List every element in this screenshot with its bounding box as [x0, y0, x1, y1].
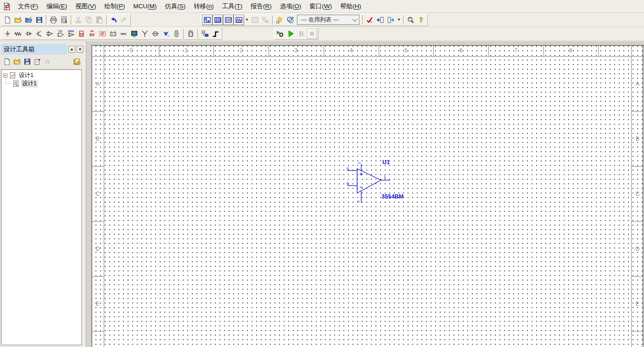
mcu-chip-icon: MCU: [187, 30, 195, 38]
help-icon: ?: [417, 16, 425, 24]
menu-item-transfer[interactable]: 转移(n): [190, 0, 218, 13]
menu-item-reports[interactable]: 报告(R): [246, 0, 276, 13]
menu-bar: 文件(F)编辑(E)视图(V)绘制(P)MCU(M)仿真(S)转移(n)工具(T…: [0, 0, 644, 13]
comp-power-button[interactable]: [108, 28, 118, 39]
labview-instruments-button[interactable]: [250, 15, 260, 25]
open-file-button[interactable]: [12, 57, 22, 66]
menu-item-window[interactable]: 窗口(W): [305, 0, 336, 13]
comp-ttl-icon: TTL: [56, 30, 64, 38]
tree-expander-icon[interactable]: [3, 73, 7, 77]
comp-ni-button[interactable]: JT: [161, 28, 171, 39]
save-button[interactable]: [34, 15, 45, 25]
toggle-grapher-dropdown-button[interactable]: [244, 15, 250, 25]
sim-pause-button[interactable]: [296, 28, 307, 39]
open-file-button[interactable]: [13, 15, 23, 25]
find-icon: [407, 16, 414, 24]
te-label-icon: Te: [44, 58, 51, 66]
menu-item-edit[interactable]: 编辑(E): [42, 0, 71, 13]
opamp-U1[interactable]: 6 5 1 + − 2 3 U1 3554BM: [344, 158, 413, 206]
find-button[interactable]: [405, 15, 416, 25]
ruler-column-label: 6: [433, 47, 488, 54]
comp-diode-button[interactable]: [23, 28, 34, 39]
component-refdes[interactable]: U1: [382, 159, 390, 165]
new-component-wizard-icon: [276, 16, 284, 24]
toolbar-separator: [183, 29, 184, 39]
toggle-spice-netlist-button[interactable]: [223, 15, 234, 25]
design-toolbox-titlebar: 设计工具箱 ▲ ×: [1, 44, 84, 55]
pin-6-number: 6: [347, 166, 349, 171]
back-annotate-button[interactable]: [375, 15, 386, 25]
toolbar-group-components: TTLCMOS010VMISCJTMCU: [1, 28, 222, 40]
tree-row-design[interactable]: 设计1: [2, 71, 80, 79]
menu-item-mcu[interactable]: MCU(M): [129, 0, 161, 13]
panel-collapse-button[interactable]: ▲: [68, 46, 75, 53]
toggle-spreadsheet-button[interactable]: [213, 15, 223, 25]
forward-annotate-dropdown-button[interactable]: [396, 15, 402, 25]
sheet-new-button[interactable]: [32, 57, 42, 66]
comp-mixed-button[interactable]: 0V: [87, 28, 97, 39]
comp-connector-button[interactable]: [171, 28, 182, 39]
comp-electromech-button[interactable]: [150, 28, 161, 39]
comp-source-button[interactable]: [2, 28, 13, 39]
copy-icon: [85, 16, 93, 24]
tree-label-design[interactable]: 设计1: [18, 72, 34, 79]
comp-peripherals-button[interactable]: [129, 28, 140, 39]
menu-item-tools[interactable]: 工具(T): [218, 0, 246, 13]
panel-close-button[interactable]: ×: [77, 46, 84, 53]
print-preview-button[interactable]: [59, 15, 69, 25]
forward-annotate-button[interactable]: [386, 15, 396, 25]
comp-ttl-button[interactable]: TTL: [55, 28, 66, 39]
comp-misc-button[interactable]: MISC: [118, 28, 129, 39]
mcu-chip-button[interactable]: MCU: [185, 28, 196, 39]
hier-new-sheet-button[interactable]: [200, 28, 210, 39]
open-sample-button[interactable]: [23, 15, 34, 25]
schematic-sheet[interactable]: 6 5 1 + − 2 3 U1 3554BM 012345678AABBCCD…: [91, 45, 644, 347]
undo-button[interactable]: [108, 15, 119, 25]
comp-transistor-button[interactable]: [34, 28, 45, 39]
sim-settings-button[interactable]: [275, 28, 286, 39]
sim-run-button[interactable]: [286, 28, 296, 39]
menu-item-view[interactable]: 视图(V): [71, 0, 100, 13]
hierarchy-view-button[interactable]: [260, 15, 271, 25]
ruler-tick: [598, 46, 599, 56]
help-button[interactable]: ?: [416, 15, 426, 25]
comp-cmos-button[interactable]: CMOS: [66, 28, 76, 39]
comp-connector-icon: [173, 30, 180, 38]
layers-clock-button[interactable]: [72, 57, 82, 66]
menu-item-help[interactable]: 帮助(H): [336, 0, 365, 13]
menu-item-place[interactable]: 绘制(P): [100, 0, 129, 13]
comp-power-icon: [109, 30, 117, 38]
comp-rf-button[interactable]: [140, 28, 150, 39]
new-file-button[interactable]: [2, 57, 12, 66]
cut-button[interactable]: [73, 15, 84, 25]
menu-item-file[interactable]: 文件(F): [14, 0, 42, 13]
component-value[interactable]: 3554BM: [381, 193, 403, 200]
erc-check-button[interactable]: [364, 15, 375, 25]
toggle-design-toolbox-button[interactable]: [202, 15, 213, 25]
paste-button[interactable]: [94, 15, 105, 25]
tree-row-sheet[interactable]: 设计1: [2, 79, 80, 88]
sim-stop-button[interactable]: [307, 28, 317, 39]
save-button[interactable]: [22, 57, 32, 66]
sheet-new-icon: [34, 58, 41, 66]
plus-input-sign: +: [359, 171, 363, 177]
bus-button[interactable]: [210, 28, 221, 39]
database-manager-button[interactable]: [285, 15, 296, 25]
new-component-wizard-button[interactable]: [274, 15, 285, 25]
menu-item-options[interactable]: 选项(O): [276, 0, 306, 13]
te-label-button[interactable]: Te: [42, 57, 52, 66]
in-use-list[interactable]: --- 在用列表 ---: [297, 15, 359, 25]
new-file-button[interactable]: [2, 15, 13, 25]
hier-new-sheet-icon: [201, 30, 209, 38]
copy-button[interactable]: [84, 15, 94, 25]
menu-item-simulate[interactable]: 仿真(S): [161, 0, 190, 13]
comp-misc-digital-button[interactable]: 01: [76, 28, 87, 39]
print-button[interactable]: [48, 15, 59, 25]
redo-button[interactable]: [119, 15, 129, 25]
toggle-grapher-button[interactable]: [234, 15, 244, 25]
ruler-right-inner-line: [631, 45, 632, 347]
comp-indicator-button[interactable]: [97, 28, 108, 39]
tree-label-sheet[interactable]: 设计1: [21, 80, 38, 88]
comp-basic-button[interactable]: [13, 28, 23, 39]
comp-analog-button[interactable]: [45, 28, 55, 39]
